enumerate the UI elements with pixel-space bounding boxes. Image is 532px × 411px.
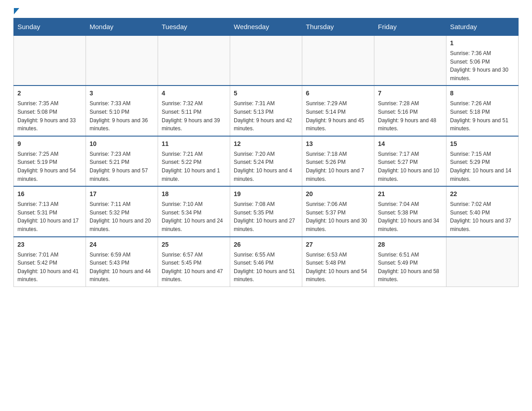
day-number: 12	[234, 139, 298, 149]
day-number: 28	[378, 240, 442, 249]
day-info: Sunrise: 7:08 AM Sunset: 5:35 PM Dayligh…	[234, 200, 298, 233]
day-info: Sunrise: 7:01 AM Sunset: 5:42 PM Dayligh…	[17, 251, 82, 284]
day-number: 18	[162, 189, 226, 199]
calendar-cell: 15Sunrise: 7:15 AM Sunset: 5:29 PM Dayli…	[446, 136, 519, 186]
calendar-week-row: 23Sunrise: 7:01 AM Sunset: 5:42 PM Dayli…	[14, 237, 519, 287]
weekday-header-saturday: Saturday	[446, 18, 519, 36]
calendar-cell: 13Sunrise: 7:18 AM Sunset: 5:26 PM Dayli…	[302, 136, 374, 186]
page-header	[13, 9, 519, 13]
calendar-cell: 14Sunrise: 7:17 AM Sunset: 5:27 PM Dayli…	[374, 136, 446, 186]
weekday-header-sunday: Sunday	[14, 18, 86, 36]
calendar-cell: 1Sunrise: 7:36 AM Sunset: 5:06 PM Daylig…	[446, 35, 519, 86]
calendar-cell: 10Sunrise: 7:23 AM Sunset: 5:21 PM Dayli…	[86, 136, 158, 186]
calendar-cell: 16Sunrise: 7:13 AM Sunset: 5:31 PM Dayli…	[14, 186, 86, 236]
calendar-cell	[446, 237, 519, 287]
day-number: 11	[162, 139, 226, 149]
day-info: Sunrise: 7:15 AM Sunset: 5:29 PM Dayligh…	[450, 150, 515, 183]
day-info: Sunrise: 7:33 AM Sunset: 5:10 PM Dayligh…	[90, 99, 154, 133]
day-number: 13	[306, 139, 370, 149]
calendar-cell: 20Sunrise: 7:06 AM Sunset: 5:37 PM Dayli…	[302, 186, 374, 236]
day-info: Sunrise: 7:02 AM Sunset: 5:40 PM Dayligh…	[450, 200, 515, 233]
day-number: 22	[450, 189, 515, 199]
calendar-cell: 18Sunrise: 7:10 AM Sunset: 5:34 PM Dayli…	[158, 186, 230, 236]
day-number: 5	[234, 89, 298, 98]
weekday-header-row: SundayMondayTuesdayWednesdayThursdayFrid…	[14, 18, 519, 36]
weekday-header-friday: Friday	[374, 18, 446, 36]
day-info: Sunrise: 7:04 AM Sunset: 5:38 PM Dayligh…	[378, 200, 442, 233]
calendar-cell	[230, 35, 302, 86]
day-info: Sunrise: 6:57 AM Sunset: 5:45 PM Dayligh…	[162, 251, 226, 284]
day-info: Sunrise: 7:36 AM Sunset: 5:06 PM Dayligh…	[450, 49, 515, 82]
calendar-table: SundayMondayTuesdayWednesdayThursdayFrid…	[13, 18, 519, 287]
day-info: Sunrise: 7:23 AM Sunset: 5:21 PM Dayligh…	[90, 150, 154, 183]
day-number: 10	[90, 139, 154, 149]
day-number: 8	[450, 89, 515, 98]
calendar-cell	[158, 35, 230, 86]
day-info: Sunrise: 7:25 AM Sunset: 5:19 PM Dayligh…	[17, 150, 82, 183]
calendar-cell: 26Sunrise: 6:55 AM Sunset: 5:46 PM Dayli…	[230, 237, 302, 287]
calendar-cell	[374, 35, 446, 86]
day-info: Sunrise: 7:26 AM Sunset: 5:18 PM Dayligh…	[450, 99, 515, 133]
calendar-cell	[14, 35, 86, 86]
calendar-cell: 23Sunrise: 7:01 AM Sunset: 5:42 PM Dayli…	[14, 237, 86, 287]
day-number: 27	[306, 240, 370, 249]
calendar-cell: 5Sunrise: 7:31 AM Sunset: 5:13 PM Daylig…	[230, 86, 302, 136]
day-number: 3	[90, 89, 154, 98]
calendar-cell: 21Sunrise: 7:04 AM Sunset: 5:38 PM Dayli…	[374, 186, 446, 236]
day-info: Sunrise: 6:59 AM Sunset: 5:43 PM Dayligh…	[90, 251, 154, 284]
day-number: 7	[378, 89, 442, 98]
day-number: 20	[306, 189, 370, 199]
calendar-cell: 17Sunrise: 7:11 AM Sunset: 5:32 PM Dayli…	[86, 186, 158, 236]
weekday-header-monday: Monday	[86, 18, 158, 36]
day-info: Sunrise: 7:28 AM Sunset: 5:16 PM Dayligh…	[378, 99, 442, 133]
calendar-cell: 3Sunrise: 7:33 AM Sunset: 5:10 PM Daylig…	[86, 86, 158, 136]
day-info: Sunrise: 7:35 AM Sunset: 5:08 PM Dayligh…	[17, 99, 82, 133]
day-number: 21	[378, 189, 442, 199]
calendar-cell: 12Sunrise: 7:20 AM Sunset: 5:24 PM Dayli…	[230, 136, 302, 186]
day-number: 6	[306, 89, 370, 98]
calendar-week-row: 9Sunrise: 7:25 AM Sunset: 5:19 PM Daylig…	[14, 136, 519, 186]
day-number: 9	[17, 139, 82, 149]
day-info: Sunrise: 7:21 AM Sunset: 5:22 PM Dayligh…	[162, 150, 226, 183]
weekday-header-thursday: Thursday	[302, 18, 374, 36]
calendar-cell: 9Sunrise: 7:25 AM Sunset: 5:19 PM Daylig…	[14, 136, 86, 186]
calendar-cell: 25Sunrise: 6:57 AM Sunset: 5:45 PM Dayli…	[158, 237, 230, 287]
day-info: Sunrise: 7:20 AM Sunset: 5:24 PM Dayligh…	[234, 150, 298, 183]
day-info: Sunrise: 7:13 AM Sunset: 5:31 PM Dayligh…	[17, 200, 82, 233]
day-number: 4	[162, 89, 226, 98]
day-number: 15	[450, 139, 515, 149]
calendar-cell: 6Sunrise: 7:29 AM Sunset: 5:14 PM Daylig…	[302, 86, 374, 136]
day-info: Sunrise: 7:32 AM Sunset: 5:11 PM Dayligh…	[162, 99, 226, 133]
day-number: 25	[162, 240, 226, 249]
day-info: Sunrise: 7:29 AM Sunset: 5:14 PM Dayligh…	[306, 99, 370, 133]
calendar-cell: 28Sunrise: 6:51 AM Sunset: 5:49 PM Dayli…	[374, 237, 446, 287]
day-info: Sunrise: 7:06 AM Sunset: 5:37 PM Dayligh…	[306, 200, 370, 233]
calendar-cell: 4Sunrise: 7:32 AM Sunset: 5:11 PM Daylig…	[158, 86, 230, 136]
day-info: Sunrise: 6:53 AM Sunset: 5:48 PM Dayligh…	[306, 251, 370, 284]
day-number: 1	[450, 39, 515, 48]
calendar-cell: 27Sunrise: 6:53 AM Sunset: 5:48 PM Dayli…	[302, 237, 374, 287]
day-info: Sunrise: 7:17 AM Sunset: 5:27 PM Dayligh…	[378, 150, 442, 183]
calendar-cell: 11Sunrise: 7:21 AM Sunset: 5:22 PM Dayli…	[158, 136, 230, 186]
calendar-cell: 22Sunrise: 7:02 AM Sunset: 5:40 PM Dayli…	[446, 186, 519, 236]
calendar-week-row: 2Sunrise: 7:35 AM Sunset: 5:08 PM Daylig…	[14, 86, 519, 136]
day-number: 14	[378, 139, 442, 149]
day-number: 19	[234, 189, 298, 199]
calendar-week-row: 1Sunrise: 7:36 AM Sunset: 5:06 PM Daylig…	[14, 35, 519, 86]
weekday-header-wednesday: Wednesday	[230, 18, 302, 36]
weekday-header-tuesday: Tuesday	[158, 18, 230, 36]
day-info: Sunrise: 7:31 AM Sunset: 5:13 PM Dayligh…	[234, 99, 298, 133]
day-number: 26	[234, 240, 298, 249]
logo-arrow-icon	[14, 8, 19, 14]
day-info: Sunrise: 7:10 AM Sunset: 5:34 PM Dayligh…	[162, 200, 226, 233]
day-number: 17	[90, 189, 154, 199]
day-number: 23	[17, 240, 82, 249]
calendar-cell: 24Sunrise: 6:59 AM Sunset: 5:43 PM Dayli…	[86, 237, 158, 287]
day-number: 24	[90, 240, 154, 249]
day-info: Sunrise: 7:18 AM Sunset: 5:26 PM Dayligh…	[306, 150, 370, 183]
calendar-cell	[302, 35, 374, 86]
day-info: Sunrise: 6:51 AM Sunset: 5:49 PM Dayligh…	[378, 251, 442, 284]
calendar-cell	[86, 35, 158, 86]
logo	[13, 9, 19, 13]
day-number: 16	[17, 189, 82, 199]
